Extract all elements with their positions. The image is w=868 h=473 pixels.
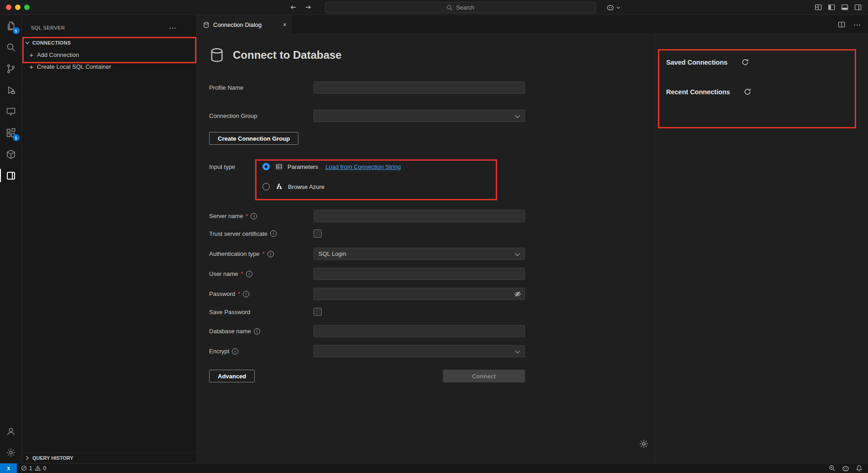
sidebar-more-actions-icon[interactable]: ⋯: [169, 24, 177, 32]
query-history-section-header[interactable]: QUERY HISTORY: [22, 453, 196, 463]
profile-name-label: Profile Name: [209, 84, 313, 91]
database-name-input[interactable]: [313, 325, 525, 337]
split-editor-icon[interactable]: [838, 21, 845, 28]
window-minimize-button[interactable]: [15, 5, 21, 10]
authentication-type-value: SQL Login: [318, 250, 346, 257]
nav-back-icon[interactable]: [290, 4, 297, 11]
notifications-bell-icon[interactable]: [856, 465, 863, 472]
nav-forward-icon[interactable]: [304, 4, 312, 11]
activity-containers[interactable]: [0, 143, 22, 165]
chevron-down-icon: [515, 250, 520, 255]
chevron-down-icon: [616, 5, 621, 10]
activity-sql-server[interactable]: [0, 165, 22, 186]
status-bar: 1 0: [0, 463, 868, 473]
editor-more-actions-icon[interactable]: ⋯: [853, 20, 861, 29]
activity-extensions[interactable]: 1: [0, 122, 22, 143]
chevron-down-icon: [24, 39, 31, 46]
activity-bar: 1 1: [0, 15, 22, 463]
sidebar-item-create-local-sql-container[interactable]: + Create Local SQL Container: [22, 61, 196, 72]
container-cube-icon: [5, 149, 16, 160]
activity-source-control[interactable]: [0, 58, 22, 79]
encrypt-label: Encrypt i: [209, 348, 313, 355]
window-close-button[interactable]: [6, 5, 11, 10]
info-icon[interactable]: i: [267, 251, 274, 257]
save-password-label: Save Password: [209, 309, 313, 315]
authentication-type-select[interactable]: SQL Login: [313, 248, 525, 260]
database-tab-icon: [203, 21, 210, 28]
window-maximize-button[interactable]: [24, 5, 30, 10]
account-icon: [5, 426, 16, 437]
activity-remote-explorer[interactable]: [0, 101, 22, 122]
server-name-label: Server name * i: [209, 213, 313, 219]
add-icon: +: [28, 51, 35, 59]
webview-settings-gear-icon[interactable]: [638, 438, 649, 449]
sidebar-item-add-connection[interactable]: + Add Connection: [22, 49, 196, 61]
password-input[interactable]: [313, 288, 525, 300]
toggle-primary-sidebar-icon[interactable]: [828, 4, 835, 11]
browse-azure-radio[interactable]: [262, 183, 270, 190]
sidebar: SQL SERVER ⋯ CONNECTIONS + Add Connectio…: [22, 15, 197, 463]
info-icon[interactable]: i: [251, 213, 257, 219]
toggle-secondary-sidebar-icon[interactable]: [854, 4, 862, 11]
copilot-menu-button[interactable]: [606, 4, 621, 11]
search-activity-icon: [5, 42, 16, 53]
load-from-connection-string-link[interactable]: Load from Connection String: [325, 163, 401, 170]
copilot-icon: [606, 4, 614, 11]
zoom-icon[interactable]: [829, 465, 836, 472]
connection-group-select[interactable]: [313, 110, 525, 122]
user-name-label: User name * i: [209, 270, 313, 277]
activity-accounts[interactable]: [0, 420, 22, 442]
remote-indicator[interactable]: [0, 463, 17, 473]
connections-section-header[interactable]: CONNECTIONS: [22, 37, 196, 49]
saved-connections-title: Saved Connections: [666, 59, 728, 66]
activity-settings[interactable]: [0, 442, 22, 463]
copilot-status-icon[interactable]: [842, 465, 849, 472]
window-controls: [0, 5, 30, 10]
server-name-input[interactable]: [313, 210, 525, 222]
parameters-radio-label: Parameters: [288, 163, 318, 170]
connect-button[interactable]: Connect: [443, 370, 525, 382]
warning-icon: [35, 465, 41, 471]
required-mark: *: [246, 213, 248, 219]
azure-icon: [275, 183, 283, 191]
encrypt-select[interactable]: [313, 345, 525, 357]
activity-run-debug[interactable]: [0, 79, 22, 101]
parameters-radio[interactable]: [262, 163, 270, 170]
trust-server-certificate-checkbox[interactable]: [313, 229, 322, 238]
toggle-panel-icon[interactable]: [841, 4, 848, 11]
tab-close-icon[interactable]: ×: [283, 21, 287, 28]
problems-indicator[interactable]: 1 0: [21, 465, 46, 472]
profile-name-input[interactable]: [313, 81, 525, 94]
refresh-saved-connections-icon[interactable]: [741, 58, 749, 66]
eye-off-icon[interactable]: [514, 290, 521, 298]
authentication-type-label: Authentication type * i: [209, 250, 313, 257]
create-connection-group-button[interactable]: Create Connection Group: [209, 132, 298, 145]
warning-count: 0: [43, 465, 46, 472]
run-debug-icon: [5, 85, 16, 96]
user-name-input[interactable]: [313, 268, 525, 280]
title-bar: Search: [0, 0, 868, 15]
explorer-badge: 1: [13, 27, 20, 34]
connection-dialog-webview: Connect to Database Profile Name Connect…: [197, 34, 868, 463]
chevron-down-icon: [515, 348, 520, 353]
editor-area: Connection Dialog × ⋯ Connect to Databas…: [197, 15, 868, 463]
info-icon[interactable]: i: [270, 230, 277, 237]
advanced-button[interactable]: Advanced: [209, 370, 255, 382]
info-icon[interactable]: i: [243, 291, 249, 297]
error-count: 1: [29, 465, 32, 472]
refresh-recent-connections-icon[interactable]: [744, 88, 751, 96]
activity-explorer[interactable]: 1: [0, 15, 22, 36]
search-box[interactable]: Search: [325, 2, 596, 13]
required-mark: *: [238, 290, 240, 297]
info-icon[interactable]: i: [254, 328, 260, 335]
add-icon: +: [28, 63, 35, 71]
sql-server-icon: [5, 170, 16, 181]
gear-icon: [5, 447, 16, 458]
customize-layout-icon[interactable]: [815, 4, 822, 11]
info-icon[interactable]: i: [232, 348, 238, 355]
save-password-checkbox[interactable]: [313, 308, 322, 316]
tab-connection-dialog[interactable]: Connection Dialog ×: [197, 15, 292, 34]
info-icon[interactable]: i: [246, 271, 252, 277]
activity-search[interactable]: [0, 36, 22, 58]
trust-server-certificate-label: Trust server certificate i: [209, 230, 313, 237]
